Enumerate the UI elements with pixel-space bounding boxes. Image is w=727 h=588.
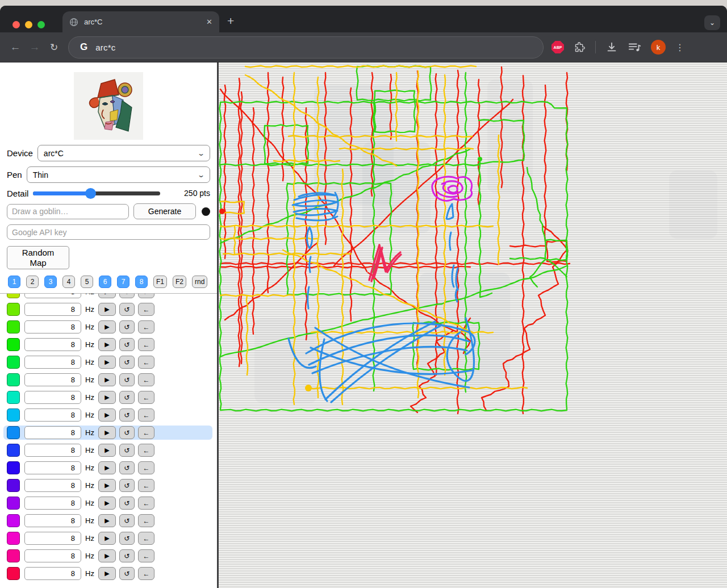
channel-loop-button[interactable]: ↺ [119,549,135,562]
channel-color-swatch[interactable] [7,293,20,298]
channel-loop-button[interactable]: ↺ [119,567,135,580]
api-key-input[interactable] [7,224,210,240]
channel-frequency-input[interactable] [24,514,81,527]
channel-loop-button[interactable]: ↺ [119,444,135,457]
channel-play-button[interactable]: ▶ [98,444,116,457]
channel-back-button[interactable]: ← [138,549,154,562]
preset-button-F2[interactable]: F2 [173,276,186,288]
channel-color-swatch[interactable] [7,426,20,439]
pen-select[interactable]: Thin ⌄ [27,166,210,183]
channel-play-button[interactable]: ▶ [98,391,116,404]
channel-loop-button[interactable]: ↺ [119,373,135,386]
channel-back-button[interactable]: ← [138,514,154,527]
channel-loop-button[interactable]: ↺ [119,293,135,298]
media-playlist-icon[interactable] [628,41,641,53]
reload-button[interactable]: ↻ [44,41,64,53]
new-tab-button[interactable]: + [227,15,234,27]
random-map-button[interactable]: Random Map [7,246,69,269]
preset-button-rnd[interactable]: rnd [192,276,207,288]
channel-color-swatch[interactable] [7,356,20,369]
channel-loop-button[interactable]: ↺ [119,497,135,510]
channel-play-button[interactable]: ▶ [98,479,116,492]
plot-canvas[interactable] [219,62,727,588]
channel-play-button[interactable]: ▶ [98,408,116,422]
channel-frequency-input[interactable] [24,444,81,457]
channel-color-swatch[interactable] [7,497,20,510]
channel-loop-button[interactable]: ↺ [119,408,135,422]
channel-color-swatch[interactable] [7,461,20,474]
channel-back-button[interactable]: ← [138,426,154,439]
channel-loop-button[interactable]: ↺ [119,391,135,404]
channel-color-swatch[interactable] [7,549,20,562]
preset-button-6[interactable]: 6 [99,276,111,288]
channel-play-button[interactable]: ▶ [98,320,116,333]
channel-color-swatch[interactable] [7,408,20,422]
preset-button-1[interactable]: 1 [8,276,20,288]
channel-loop-button[interactable]: ↺ [119,356,135,369]
channel-color-swatch[interactable] [7,444,20,457]
channel-play-button[interactable]: ▶ [98,338,116,351]
tab-close-icon[interactable]: ✕ [206,18,212,26]
channel-frequency-input[interactable] [24,497,81,510]
channel-frequency-input[interactable] [24,293,81,298]
preset-button-4[interactable]: 4 [62,276,75,288]
extensions-puzzle-icon[interactable] [574,41,586,53]
channel-frequency-input[interactable] [24,408,81,422]
channel-back-button[interactable]: ← [138,408,154,422]
channel-back-button[interactable]: ← [138,461,154,474]
close-window-button[interactable] [12,21,20,28]
channel-frequency-input[interactable] [24,303,81,316]
channel-loop-button[interactable]: ↺ [119,514,135,527]
channel-color-swatch[interactable] [7,567,20,580]
prompt-input[interactable] [7,204,129,219]
zoom-window-button[interactable] [37,21,45,28]
preset-button-7[interactable]: 7 [117,276,129,288]
channel-loop-button[interactable]: ↺ [119,303,135,316]
channel-back-button[interactable]: ← [138,320,154,333]
adblock-extension-icon[interactable]: ABP [551,41,564,53]
channel-loop-button[interactable]: ↺ [119,461,135,474]
downloads-icon[interactable] [605,41,618,53]
channel-play-button[interactable]: ▶ [98,549,116,562]
channel-play-button[interactable]: ▶ [98,514,116,527]
channel-color-swatch[interactable] [7,479,20,492]
channel-frequency-input[interactable] [24,479,81,492]
channel-back-button[interactable]: ← [138,532,154,545]
channel-frequency-input[interactable] [24,338,81,351]
preset-button-2[interactable]: 2 [26,276,39,288]
url-bar[interactable]: G arc*c [68,36,544,59]
channel-loop-button[interactable]: ↺ [119,338,135,351]
channel-back-button[interactable]: ← [138,303,154,316]
channel-loop-button[interactable]: ↺ [119,320,135,333]
channel-color-swatch[interactable] [7,532,20,545]
channel-back-button[interactable]: ← [138,497,154,510]
channel-back-button[interactable]: ← [138,479,154,492]
detail-slider[interactable] [33,188,160,198]
channel-color-swatch[interactable] [7,320,20,333]
channel-back-button[interactable]: ← [138,391,154,404]
channel-loop-button[interactable]: ↺ [119,532,135,545]
forward-button[interactable]: → [25,41,44,53]
channel-color-swatch[interactable] [7,373,20,386]
channel-play-button[interactable]: ▶ [98,497,116,510]
channel-color-swatch[interactable] [7,338,20,351]
channel-back-button[interactable]: ← [138,293,154,298]
browser-menu-icon[interactable]: ⋮ [675,42,684,53]
back-button[interactable]: ← [6,41,25,53]
channel-play-button[interactable]: ▶ [98,426,116,439]
browser-tab[interactable]: arc*C ✕ [62,11,219,32]
channel-back-button[interactable]: ← [138,567,154,580]
channel-back-button[interactable]: ← [138,373,154,386]
channel-frequency-input[interactable] [24,373,81,386]
preset-button-F1[interactable]: F1 [153,276,167,288]
minimize-window-button[interactable] [25,21,32,28]
channel-frequency-input[interactable] [24,567,81,580]
tab-search-button[interactable]: ⌄ [704,15,720,30]
channel-frequency-input[interactable] [24,549,81,562]
preset-button-5[interactable]: 5 [81,276,93,288]
channel-color-swatch[interactable] [7,391,20,404]
channel-play-button[interactable]: ▶ [98,532,116,545]
preset-button-8[interactable]: 8 [135,276,148,288]
channel-frequency-input[interactable] [24,320,81,333]
generate-button[interactable]: Generate [133,203,196,219]
